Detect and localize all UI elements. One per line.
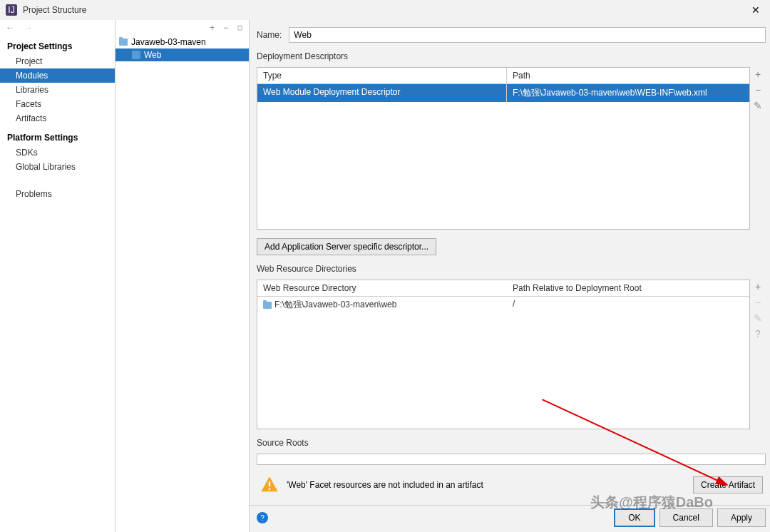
back-icon[interactable]: ←	[6, 23, 14, 33]
webres-label: Web Resource Directories	[257, 264, 766, 274]
webres-table[interactable]: Web Resource Directory Path Relative to …	[257, 280, 750, 429]
sidebar: ← → Project Settings Project Modules Lib…	[0, 20, 115, 532]
tree-child-web[interactable]: Web	[115, 48, 249, 61]
deployment-row-path: F:\勉强\Javaweb-03-maven\web\WEB-INF\web.x…	[507, 84, 749, 102]
webres-row[interactable]: F:\勉强\Javaweb-03-maven\web /	[257, 297, 749, 313]
add-icon[interactable]: +	[210, 23, 215, 33]
svg-rect-3	[269, 488, 270, 490]
nav-item-problems[interactable]: Problems	[0, 187, 115, 201]
nav-item-facets[interactable]: Facets	[0, 97, 115, 111]
nav-item-global-libraries[interactable]: Global Libraries	[0, 160, 115, 174]
nav-item-libraries[interactable]: Libraries	[0, 83, 115, 97]
nav-item-project[interactable]: Project	[0, 54, 115, 68]
name-input[interactable]	[289, 27, 766, 43]
name-label: Name:	[257, 30, 282, 40]
right-panel: Name: Deployment Descriptors Type Path W…	[250, 20, 770, 532]
edit-descriptor-icon[interactable]: ✎	[754, 100, 762, 111]
tree-child-label: Web	[144, 50, 161, 60]
web-icon	[131, 50, 141, 60]
ok-button[interactable]: OK	[614, 508, 654, 527]
svg-rect-2	[269, 481, 270, 486]
source-label: Source Roots	[257, 438, 766, 448]
remove-webres-icon[interactable]: −	[755, 297, 761, 308]
add-descriptor-icon[interactable]: +	[755, 68, 761, 80]
create-artifact-button[interactable]: Create Artifact	[693, 476, 763, 493]
add-server-descriptor-button[interactable]: Add Application Server specific descript…	[257, 238, 436, 255]
webres-col-dir: Web Resource Directory	[257, 280, 507, 296]
help-icon[interactable]: ?	[257, 512, 268, 523]
deployment-label: Deployment Descriptors	[257, 51, 766, 61]
app-icon: IJ	[6, 4, 17, 16]
source-roots-box[interactable]	[257, 454, 766, 465]
remove-icon[interactable]: −	[223, 23, 228, 33]
folder-icon	[118, 37, 128, 47]
tree-root-label: Javaweb-03-maven	[131, 37, 206, 47]
webres-row-rel: /	[507, 297, 749, 313]
webres-row-dir: F:\勉强\Javaweb-03-maven\web	[257, 297, 507, 313]
webres-col-rel: Path Relative to Deployment Root	[507, 280, 749, 296]
forward-icon[interactable]: →	[24, 23, 33, 33]
svg-text:IJ: IJ	[8, 5, 14, 15]
nav-item-modules[interactable]: Modules	[0, 68, 115, 83]
close-icon[interactable]: ✕	[747, 4, 764, 16]
copy-icon[interactable]: ⧉	[237, 23, 243, 33]
deployment-row-type: Web Module Deployment Descriptor	[257, 84, 507, 102]
help-webres-icon[interactable]: ?	[755, 328, 761, 339]
module-tree-panel: + − ⧉ Javaweb-03-maven Web	[115, 20, 250, 532]
remove-descriptor-icon[interactable]: −	[755, 84, 761, 96]
nav-header-platform-settings: Platform Settings	[0, 130, 115, 145]
nav-item-artifacts[interactable]: Artifacts	[0, 111, 115, 126]
deployment-col-path: Path	[507, 68, 749, 83]
folder-icon	[263, 302, 272, 309]
tree-root[interactable]: Javaweb-03-maven	[115, 36, 249, 48]
warning-icon	[260, 475, 279, 495]
edit-webres-icon[interactable]: ✎	[754, 312, 762, 324]
nav-header-project-settings: Project Settings	[0, 39, 115, 54]
sidebar-nav-toolbar: ← →	[0, 20, 115, 36]
cancel-button[interactable]: Cancel	[659, 508, 713, 527]
window-title: Project Structure	[23, 5, 747, 15]
deployment-col-type: Type	[257, 68, 507, 83]
apply-button[interactable]: Apply	[717, 508, 766, 527]
deployment-row[interactable]: Web Module Deployment Descriptor F:\勉强\J…	[257, 84, 749, 102]
nav-item-sdks[interactable]: SDKs	[0, 145, 115, 160]
warning-text: 'Web' Facet resources are not included i…	[287, 480, 483, 490]
titlebar: IJ Project Structure ✕	[0, 0, 770, 20]
add-webres-icon[interactable]: +	[755, 281, 761, 292]
deployment-table[interactable]: Type Path Web Module Deployment Descript…	[257, 67, 750, 230]
